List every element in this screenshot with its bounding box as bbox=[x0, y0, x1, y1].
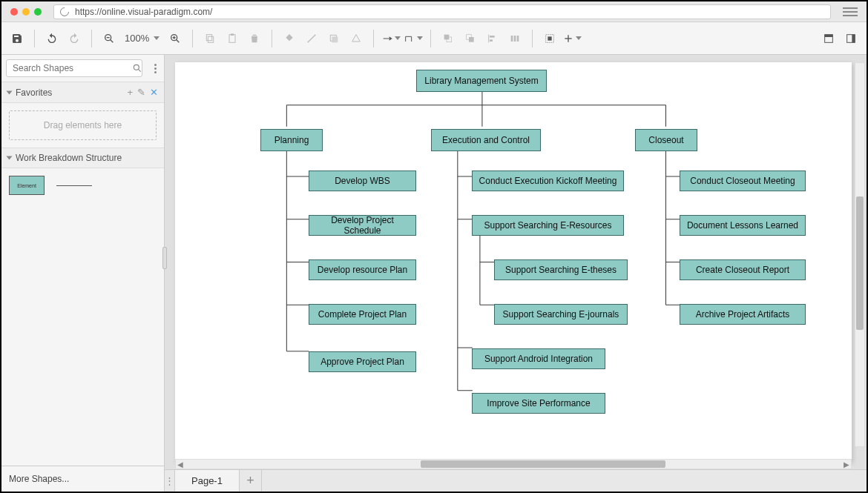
window-minimize-icon[interactable] bbox=[22, 8, 30, 16]
delete-button[interactable] bbox=[245, 29, 264, 48]
select-tool-button[interactable] bbox=[540, 29, 559, 48]
shadow-button[interactable] bbox=[324, 29, 343, 48]
paste-button[interactable] bbox=[223, 29, 242, 48]
hamburger-menu-icon[interactable] bbox=[843, 4, 858, 19]
svg-rect-7 bbox=[208, 36, 214, 42]
connector-style-button[interactable] bbox=[381, 29, 401, 48]
browser-chrome: https://online.visual-paradigm.com/ bbox=[1, 1, 867, 22]
node-root[interactable]: Library Management System bbox=[416, 70, 547, 92]
svg-line-4 bbox=[177, 39, 180, 42]
scroll-right-icon[interactable]: ▶ bbox=[842, 460, 851, 468]
to-front-button[interactable] bbox=[438, 29, 458, 48]
node-planning[interactable]: Planning bbox=[260, 129, 323, 151]
node-p2[interactable]: Develop Project Schedule bbox=[309, 215, 416, 236]
horizontal-scroll-thumb[interactable] bbox=[421, 460, 665, 468]
svg-rect-8 bbox=[207, 34, 212, 40]
tabs-grip-icon[interactable]: ⋮ bbox=[165, 470, 175, 492]
zoom-in-button[interactable] bbox=[165, 29, 185, 48]
node-closeout[interactable]: Closeout bbox=[635, 129, 697, 151]
node-c4[interactable]: Archive Project Artifacts bbox=[680, 304, 806, 325]
diagram-canvas[interactable]: Library Management System Planning Execu… bbox=[175, 62, 852, 462]
node-e1[interactable]: Conduct Execution Kickoff Meeting bbox=[472, 171, 624, 191]
page-tabs-bar: ⋮ Page-1 + bbox=[165, 469, 867, 492]
window-close-icon[interactable] bbox=[10, 8, 18, 16]
svg-rect-12 bbox=[332, 36, 338, 42]
collapse-icon bbox=[7, 156, 13, 160]
outline-panel-button[interactable] bbox=[841, 29, 861, 48]
svg-line-1 bbox=[110, 39, 113, 42]
search-shapes-input[interactable] bbox=[6, 59, 142, 77]
main-toolbar: 100% bbox=[1, 22, 867, 55]
node-e3[interactable]: Support Android Integration bbox=[472, 348, 605, 369]
add-page-button[interactable]: + bbox=[240, 470, 262, 492]
favorites-label: Favorites bbox=[16, 87, 52, 98]
svg-rect-25 bbox=[548, 36, 552, 40]
caret-down-icon bbox=[154, 36, 160, 40]
canvas-area: Library Management System Planning Execu… bbox=[165, 55, 867, 492]
distribute-button[interactable] bbox=[505, 29, 525, 48]
to-back-button[interactable] bbox=[461, 29, 480, 48]
add-button[interactable] bbox=[562, 29, 582, 48]
undo-button[interactable] bbox=[42, 29, 62, 48]
edit-favorite-icon[interactable]: ✎ bbox=[137, 87, 145, 98]
waypoint-style-button[interactable] bbox=[404, 29, 423, 48]
svg-rect-20 bbox=[490, 39, 493, 42]
node-p1[interactable]: Develop WBS bbox=[309, 171, 416, 191]
palette-element-shape[interactable]: Element bbox=[9, 176, 45, 195]
svg-rect-23 bbox=[517, 36, 519, 42]
horizontal-scrollbar[interactable]: ◀ ▶ bbox=[175, 459, 852, 469]
node-execution[interactable]: Execution and Control bbox=[431, 129, 541, 151]
vertical-scroll-thumb[interactable] bbox=[856, 196, 864, 330]
fill-color-button[interactable] bbox=[280, 29, 299, 48]
svg-rect-19 bbox=[490, 36, 495, 38]
line-color-button[interactable] bbox=[302, 29, 321, 48]
align-button[interactable] bbox=[483, 29, 502, 48]
window-maximize-icon[interactable] bbox=[34, 8, 42, 16]
sidebar-resize-handle[interactable] bbox=[162, 247, 167, 269]
node-e2[interactable]: Support Searching E-Resources bbox=[472, 215, 624, 236]
wbs-section-header[interactable]: Work Breakdown Structure bbox=[1, 148, 164, 168]
shape-style-button[interactable] bbox=[346, 29, 366, 48]
shape-palette: Element bbox=[1, 168, 164, 202]
svg-rect-31 bbox=[852, 34, 855, 42]
save-button[interactable] bbox=[7, 29, 27, 48]
copy-button[interactable] bbox=[200, 29, 220, 48]
reload-icon[interactable] bbox=[59, 5, 71, 18]
collapse-icon bbox=[7, 90, 13, 94]
zoom-out-button[interactable] bbox=[99, 29, 119, 48]
vertical-scrollbar[interactable] bbox=[855, 62, 865, 447]
node-p4[interactable]: Complete Project Plan bbox=[309, 304, 416, 325]
page-tab-1[interactable]: Page-1 bbox=[175, 470, 240, 492]
svg-rect-10 bbox=[231, 33, 234, 36]
svg-rect-9 bbox=[229, 34, 235, 42]
format-panel-button[interactable] bbox=[819, 29, 838, 48]
search-options-icon[interactable] bbox=[151, 61, 160, 76]
node-p5[interactable]: Approve Project Plan bbox=[309, 351, 416, 372]
url-bar[interactable]: https://online.visual-paradigm.com/ bbox=[53, 4, 831, 19]
add-favorite-icon[interactable]: + bbox=[127, 87, 133, 98]
svg-rect-22 bbox=[514, 36, 516, 42]
palette-connector-shape[interactable] bbox=[56, 185, 92, 186]
node-c3[interactable]: Create Closeout Report bbox=[680, 259, 806, 280]
zoom-level-dropdown[interactable]: 100% bbox=[122, 33, 162, 44]
favorites-dropzone[interactable]: Drag elements here bbox=[9, 110, 157, 140]
redo-button[interactable] bbox=[65, 29, 84, 48]
svg-rect-29 bbox=[825, 34, 833, 36]
svg-rect-21 bbox=[511, 36, 513, 42]
scroll-left-icon[interactable]: ◀ bbox=[176, 460, 185, 468]
node-p3[interactable]: Develop resource Plan bbox=[309, 259, 416, 280]
node-e4[interactable]: Improve Site Performance bbox=[472, 393, 605, 414]
node-e2b[interactable]: Support Searching E-journals bbox=[494, 304, 628, 325]
wbs-section-label: Work Breakdown Structure bbox=[16, 153, 122, 163]
node-c2[interactable]: Document Lessons Learned bbox=[680, 215, 806, 236]
node-c1[interactable]: Conduct Closeout Meeting bbox=[680, 171, 806, 191]
close-favorite-icon[interactable]: ✕ bbox=[150, 87, 158, 98]
favorites-section-header[interactable]: Favorites + ✎ ✕ bbox=[1, 82, 164, 103]
more-shapes-button[interactable]: More Shapes... bbox=[1, 466, 164, 492]
shapes-sidebar: Favorites + ✎ ✕ Drag elements here Work … bbox=[1, 55, 165, 492]
node-e2a[interactable]: Support Searching E-theses bbox=[494, 259, 628, 280]
url-text: https://online.visual-paradigm.com/ bbox=[75, 7, 212, 17]
